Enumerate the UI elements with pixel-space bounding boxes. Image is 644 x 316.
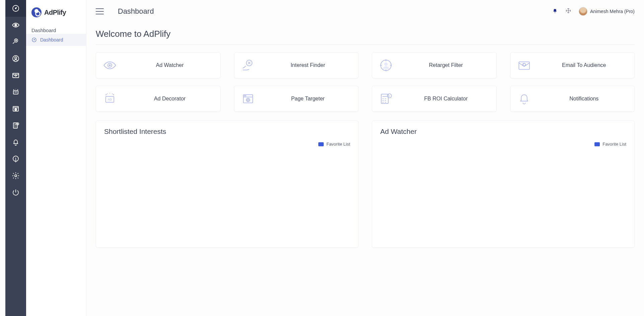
page-title: Dashboard xyxy=(118,7,154,16)
svg-point-5 xyxy=(15,57,17,59)
user-menu[interactable]: Animesh Mehra (Pro) xyxy=(579,7,635,16)
svg-point-17 xyxy=(34,40,34,40)
svg-rect-6 xyxy=(13,73,19,78)
svg-point-1 xyxy=(15,8,16,9)
svg-point-14 xyxy=(15,160,16,160)
card-label: Interest Finder xyxy=(291,62,325,68)
rail-retarget-filter[interactable] xyxy=(5,50,26,67)
legend-swatch xyxy=(594,142,600,146)
gauge-icon xyxy=(31,37,37,43)
rail-help[interactable] xyxy=(5,151,26,167)
browser-target-icon xyxy=(240,91,256,106)
welcome-heading: Welcome to AdPlify xyxy=(96,29,635,45)
rail-notifications[interactable] xyxy=(5,134,26,151)
svg-point-15 xyxy=(15,175,17,177)
sidebar-section-title: Dashboard xyxy=(26,25,86,34)
user-name: Animesh Mehra (Pro) xyxy=(590,9,635,14)
card-label: Page Targeter xyxy=(291,96,325,101)
rail-settings[interactable] xyxy=(5,167,26,184)
rail-page-targeter[interactable] xyxy=(5,100,26,117)
panel-title: Shortlisted Interests xyxy=(104,128,350,136)
card-email-audience[interactable]: Email To Audience xyxy=(510,52,635,78)
sub-sidebar: AdPlify Dashboard Dashboard xyxy=(26,0,86,316)
rail-email-audience[interactable] xyxy=(5,67,26,84)
logo[interactable]: AdPlify xyxy=(26,4,86,25)
rail-ad-watcher[interactable] xyxy=(5,17,26,33)
card-label: Retarget Filter xyxy=(429,62,463,68)
rail-ad-decorator[interactable] xyxy=(5,84,26,100)
card-interest-finder[interactable]: Interest Finder xyxy=(234,52,359,78)
card-label: Ad Watcher xyxy=(156,62,184,68)
panel-ad-watcher: Ad Watcher Favorite List xyxy=(372,121,635,248)
rail-interest-finder[interactable] xyxy=(5,33,26,50)
menu-toggle-button[interactable] xyxy=(96,8,104,14)
card-label: Email To Audience xyxy=(562,62,606,68)
envelope-at-icon xyxy=(516,58,532,73)
avatar xyxy=(579,7,587,16)
svg-point-28 xyxy=(245,95,246,96)
icon-rail xyxy=(5,0,26,316)
ad-sparkle-icon: AD xyxy=(102,91,117,106)
card-retarget-filter[interactable]: Retarget Filter xyxy=(372,52,497,78)
sidebar-item-dashboard[interactable]: Dashboard xyxy=(26,34,86,46)
card-ad-watcher[interactable]: Ad Watcher xyxy=(96,52,221,78)
lower-panels: Shortlisted Interests Favorite List Ad W… xyxy=(96,121,635,248)
svg-point-27 xyxy=(244,95,245,96)
svg-point-7 xyxy=(15,75,17,76)
logo-text: AdPlify xyxy=(44,9,66,16)
card-label: Notifications xyxy=(569,96,598,101)
notifications-button[interactable] xyxy=(552,8,558,15)
fullscreen-button[interactable] xyxy=(565,8,571,15)
card-notifications[interactable]: Notifications xyxy=(510,86,635,112)
card-ad-decorator[interactable]: AD Ad Decorator xyxy=(96,86,221,112)
card-label: Ad Decorator xyxy=(154,96,185,101)
eye-plus-icon xyxy=(102,58,117,73)
main-area: Dashboard Animesh Mehra (Pro) Welcome to… xyxy=(86,0,644,316)
panel-legend: Favorite List xyxy=(380,142,626,147)
feature-grid: Ad Watcher Interest Finder Retarget Filt… xyxy=(96,52,635,112)
card-roi-calculator[interactable]: f FB ROI Calculator xyxy=(372,86,497,112)
bell-icon xyxy=(516,91,532,106)
calculator-fb-icon: f xyxy=(378,91,394,106)
panel-title: Ad Watcher xyxy=(380,128,626,136)
card-label: FB ROI Calculator xyxy=(424,96,468,101)
svg-text:AD: AD xyxy=(108,98,112,101)
hand-percent-icon xyxy=(240,58,256,73)
legend-label: Favorite List xyxy=(602,142,626,147)
target-user-icon xyxy=(378,58,394,73)
svg-point-21 xyxy=(385,63,388,66)
rail-logout[interactable] xyxy=(5,184,26,201)
svg-rect-8 xyxy=(13,91,18,94)
sidebar-item-label: Dashboard xyxy=(40,37,63,43)
logo-icon xyxy=(31,7,42,17)
legend-swatch xyxy=(318,142,324,146)
panel-legend: Favorite List xyxy=(104,142,350,147)
svg-text:f: f xyxy=(389,95,390,98)
card-page-targeter[interactable]: Page Targeter xyxy=(234,86,359,112)
legend-label: Favorite List xyxy=(326,142,350,147)
content: Welcome to AdPlify Ad Watcher Interest F… xyxy=(86,23,644,316)
svg-point-4 xyxy=(13,56,19,62)
topbar: Dashboard Animesh Mehra (Pro) xyxy=(86,0,644,23)
svg-point-12 xyxy=(17,123,19,125)
rail-dashboard[interactable] xyxy=(5,0,26,17)
rail-roi-calculator[interactable] xyxy=(5,117,26,134)
panel-shortlisted-interests: Shortlisted Interests Favorite List xyxy=(96,121,358,248)
